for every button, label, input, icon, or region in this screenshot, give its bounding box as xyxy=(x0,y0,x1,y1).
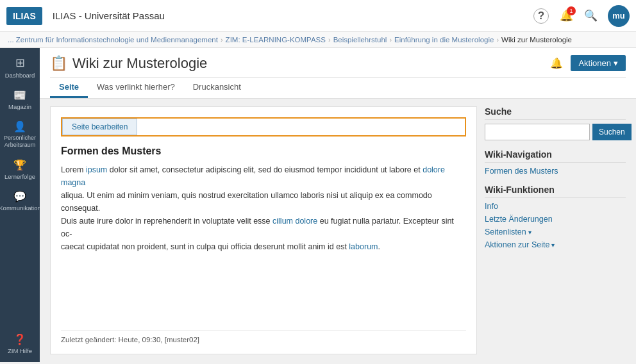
tab-wasverlinkt[interactable]: Was verlinkt hierher? xyxy=(88,78,184,98)
sidebar-item-kommunikation[interactable]: 💬 Kommunikation xyxy=(0,186,40,215)
wiki-link-laborum[interactable]: laborum xyxy=(349,242,378,251)
sidebar-item-persoenlicher[interactable]: 👤 Persönlicher Arbeitsraum xyxy=(0,117,40,153)
sidebar-item-zimhilfe[interactable]: ❓ ZIM Hilfe xyxy=(0,329,40,358)
page-title-actions: 🔔 Aktionen ▾ xyxy=(548,54,626,72)
page-title-inner: 📋 Wiki zur Musterologie xyxy=(50,55,207,72)
kommunikation-icon: 💬 xyxy=(13,190,26,203)
sidebar-item-label-kommunikation: Kommunikation xyxy=(0,204,41,211)
notification-icon[interactable]: 🔔 1 xyxy=(559,9,573,23)
last-modified-text: Zuletzt geändert: Heute, 09:30, [muster0… xyxy=(61,336,199,343)
main-layout: ⊞ Dashboard 📰 Magazin 👤 Persönlicher Arb… xyxy=(0,48,636,362)
help-icon[interactable]: ? xyxy=(533,8,549,24)
wiki-link-cillum[interactable]: cillum dolore xyxy=(272,217,317,226)
magazin-icon: 📰 xyxy=(13,89,26,101)
page-title-icon: 📋 xyxy=(50,55,67,72)
edit-page-button[interactable]: Seite bearbeiten xyxy=(62,119,137,135)
sidebar-item-label-dashboard: Dashboard xyxy=(5,72,35,79)
sidebar-item-label-magazin: Magazin xyxy=(8,103,31,110)
user-avatar[interactable]: mu xyxy=(608,5,630,27)
wiki-main: Seite bearbeiten Formen des Musters Lore… xyxy=(50,106,477,354)
wiki-link-dolore[interactable]: dolore magna xyxy=(61,165,445,187)
persoenlicher-icon: 👤 xyxy=(13,120,26,133)
seitenlisten-arrow: ▾ xyxy=(528,229,531,236)
left-sidebar: ⊞ Dashboard 📰 Magazin 👤 Persönlicher Arb… xyxy=(0,48,40,362)
func-link-seitenlisten[interactable]: Seitenlisten ▾ xyxy=(485,228,626,236)
tab-druckansicht[interactable]: Druckansicht xyxy=(184,78,250,98)
aktionen-seite-arrow: ▾ xyxy=(551,242,555,249)
subscribe-bell-button[interactable]: 🔔 xyxy=(548,54,565,72)
breadcrumb-item-3[interactable]: Beispiellehrstuhl xyxy=(333,36,387,44)
breadcrumb-item-1[interactable]: ... Zentrum für Informationstechnologie … xyxy=(8,36,218,44)
top-header: ILIAS ILIAS - Universität Passau ? 🔔 1 🔍… xyxy=(0,0,636,32)
search-icon[interactable]: 🔍 xyxy=(583,9,598,23)
nav-widget: Wiki-Navigation Formen des Musters xyxy=(485,149,626,176)
search-title: Suche xyxy=(485,106,626,120)
search-button[interactable]: Suchen xyxy=(592,124,632,140)
zimhilfe-icon: ❓ xyxy=(13,333,26,345)
dashboard-icon: ⊞ xyxy=(15,56,25,70)
sidebar-item-label-lernerfolge: Lernerfolge xyxy=(4,173,35,180)
func-title: Wiki-Funktionen xyxy=(485,185,626,198)
tab-seite[interactable]: Seite xyxy=(50,78,88,98)
page-title: Wiki zur Musterologie xyxy=(72,55,207,72)
nav-link-formen[interactable]: Formen des Musters xyxy=(485,167,626,176)
func-link-info[interactable]: Info xyxy=(485,202,626,211)
wiki-sidebar: Suche Suchen Wiki-Navigation Formen des … xyxy=(485,106,626,354)
content-area: 📋 Wiki zur Musterologie 🔔 Aktionen ▾ Sei… xyxy=(40,48,636,362)
aktionen-label: Aktionen xyxy=(578,58,611,68)
page-title-row: 📋 Wiki zur Musterologie 🔔 Aktionen ▾ xyxy=(50,54,626,77)
lernerfolge-icon: 🏆 xyxy=(13,159,26,171)
notification-badge: 1 xyxy=(567,6,576,15)
func-widget: Wiki-Funktionen Info Letzte Änderungen S… xyxy=(485,185,626,249)
sidebar-item-dashboard[interactable]: ⊞ Dashboard xyxy=(0,52,40,83)
edit-button-wrapper: Seite bearbeiten xyxy=(61,117,466,136)
breadcrumb-item-5: Wiki zur Musterologie xyxy=(501,36,572,44)
nav-title: Wiki-Navigation xyxy=(485,149,626,163)
wiki-section-title: Formen des Musters xyxy=(61,145,466,157)
breadcrumb-item-2[interactable]: ZIM: E-LEARNING-KOMPASS xyxy=(226,36,326,44)
sidebar-item-magazin[interactable]: 📰 Magazin xyxy=(0,85,40,114)
search-row: Suchen xyxy=(485,124,626,140)
wiki-footer: Zuletzt geändert: Heute, 09:30, [muster0… xyxy=(61,330,466,343)
search-input[interactable] xyxy=(485,124,590,140)
sidebar-item-lernerfolge[interactable]: 🏆 Lernerfolge xyxy=(0,155,40,184)
inner-content: Seite bearbeiten Formen des Musters Lore… xyxy=(40,99,636,362)
breadcrumb: ... Zentrum für Informationstechnologie … xyxy=(0,32,636,48)
breadcrumb-item-4[interactable]: Einführung in die Musterologie xyxy=(394,36,494,44)
wiki-body: Lorem ipsum dolor sit amet, consectetur … xyxy=(61,163,466,253)
wiki-link-ipsum[interactable]: ipsum xyxy=(86,165,107,174)
search-widget: Suche Suchen xyxy=(485,106,626,140)
ilias-logo[interactable]: ILIAS xyxy=(6,7,42,25)
tabs: Seite Was verlinkt hierher? Druckansicht xyxy=(50,77,626,98)
aktionen-button[interactable]: Aktionen ▾ xyxy=(571,55,626,71)
func-link-letzte[interactable]: Letzte Änderungen xyxy=(485,215,626,224)
page-header: 📋 Wiki zur Musterologie 🔔 Aktionen ▾ Sei… xyxy=(40,48,636,99)
func-link-aktionen[interactable]: Aktionen zur Seite ▾ xyxy=(485,240,626,249)
sidebar-item-label-persoenlicher: Persönlicher Arbeitsraum xyxy=(3,135,37,149)
sidebar-item-label-zimhilfe: ZIM Hilfe xyxy=(8,347,32,354)
aktionen-arrow: ▾ xyxy=(614,58,618,68)
header-title: ILIAS - Universität Passau xyxy=(53,10,533,21)
header-icons: ? 🔔 1 🔍 mu xyxy=(533,5,630,27)
